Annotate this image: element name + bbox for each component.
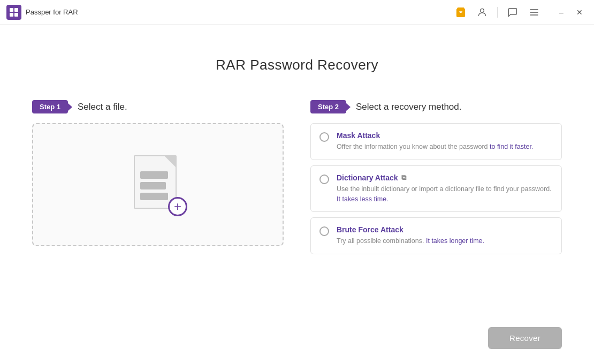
close-button[interactable]: ✕ [572, 4, 588, 20]
svg-rect-2 [10, 13, 13, 17]
step2-header: Step 2 Select a recovery method. [310, 100, 562, 113]
svg-rect-3 [14, 13, 18, 17]
radio-dictionary[interactable] [319, 175, 329, 184]
radio-brute[interactable] [319, 226, 329, 236]
dictionary-copy-icon: ⧉ [401, 173, 406, 182]
titlebar: Passper for RAR [0, 0, 594, 25]
method-brute[interactable]: Brute Force Attack Try all possible comb… [310, 217, 562, 254]
titlebar-actions: – ✕ [454, 4, 588, 20]
svg-point-4 [481, 9, 484, 12]
window-controls: – ✕ [553, 4, 588, 20]
titlebar-separator [497, 7, 498, 18]
step2-badge: Step 2 [310, 100, 346, 113]
minimize-button[interactable]: – [553, 4, 569, 20]
method-mask-info: Mask Attack Offer the information you kn… [337, 131, 553, 152]
method-dictionary[interactable]: Dictionary Attack ⧉ Use the inbuilt dict… [310, 165, 562, 213]
method-mask-desc: Offer the information you know about the… [337, 142, 553, 152]
radio-mask[interactable] [319, 132, 329, 142]
main-content: RAR Password Recovery Step 1 Select a fi… [0, 25, 594, 364]
step1-badge: Step 1 [32, 100, 68, 113]
method-list: Mask Attack Offer the information you kn… [310, 123, 562, 254]
account-icon[interactable] [476, 6, 489, 19]
method-brute-title: Brute Force Attack [337, 225, 553, 234]
method-brute-desc: Try all possible combinations. It takes … [337, 236, 553, 246]
steps-row: Step 1 Select a file. + [32, 100, 562, 254]
file-bar-2 [140, 182, 166, 189]
method-mask[interactable]: Mask Attack Offer the information you kn… [310, 123, 562, 160]
menu-icon[interactable] [528, 6, 540, 19]
file-bar-1 [140, 171, 168, 179]
step2-panel: Step 2 Select a recovery method. Mask At… [310, 100, 562, 254]
file-icon-container: + [134, 155, 182, 214]
recover-button[interactable]: Recover [488, 327, 562, 349]
method-brute-info: Brute Force Attack Try all possible comb… [337, 225, 553, 246]
app-title: Passper for RAR [26, 8, 454, 16]
file-bars [140, 171, 168, 200]
method-dictionary-title: Dictionary Attack ⧉ [337, 173, 553, 182]
page-title: RAR Password Recovery [216, 57, 378, 73]
step2-label: Select a recovery method. [356, 102, 461, 112]
step1-panel: Step 1 Select a file. + [32, 100, 284, 246]
step1-header: Step 1 Select a file. [32, 100, 284, 113]
svg-rect-0 [10, 8, 13, 12]
add-file-button[interactable]: + [168, 197, 187, 216]
step1-label: Select a file. [78, 102, 127, 112]
method-dictionary-desc: Use the inbuilt dictionary or import a d… [337, 184, 553, 204]
method-mask-title: Mask Attack [337, 131, 553, 140]
chat-icon[interactable] [506, 6, 519, 19]
file-bar-3 [140, 193, 168, 200]
file-drop-area[interactable]: + [32, 123, 284, 246]
cart-icon[interactable] [454, 6, 467, 19]
svg-rect-1 [14, 8, 18, 12]
app-logo [6, 5, 21, 20]
method-dictionary-info: Dictionary Attack ⧉ Use the inbuilt dict… [337, 173, 553, 204]
